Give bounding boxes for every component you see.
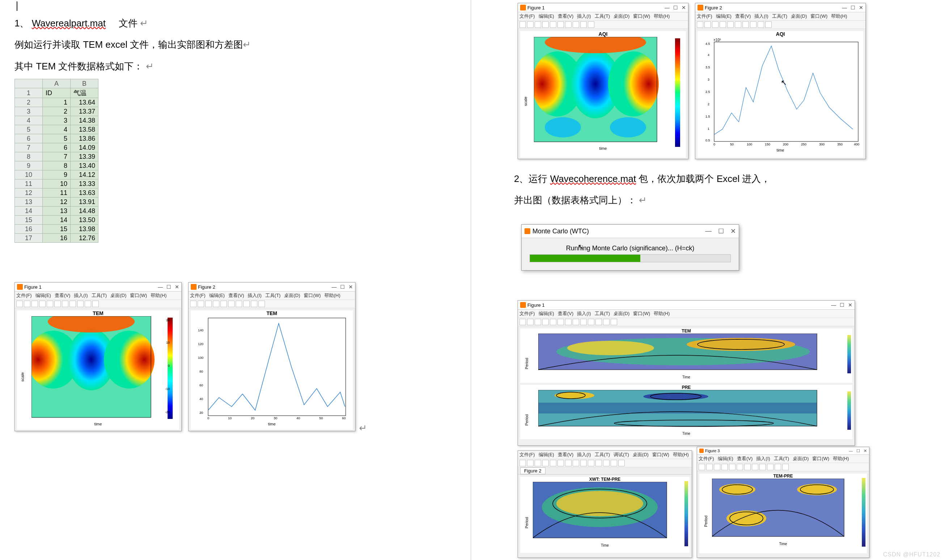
menubar[interactable]: 文件(F)编辑(E)查看(V)插入(I)工具(T)桌面(D)窗口(W)帮助(H): [15, 292, 181, 300]
close-icon[interactable]: ✕: [730, 227, 736, 235]
toolbar[interactable]: [518, 21, 688, 29]
toolbar[interactable]: [697, 463, 869, 471]
titlebar[interactable]: Monte Carlo (WTC) — ☐ ✕: [522, 225, 739, 238]
menu-item[interactable]: 插入(I): [754, 13, 768, 19]
toolbar[interactable]: [189, 300, 355, 308]
menu-item[interactable]: 编辑(E): [718, 456, 733, 461]
menu-item[interactable]: 文件(F): [190, 293, 206, 298]
menu-item[interactable]: 帮助(H): [833, 456, 849, 461]
close-icon[interactable]: ✕: [175, 284, 179, 290]
menu-item[interactable]: 文件(F): [519, 13, 535, 19]
left-figure-1[interactable]: Figure 1 —☐✕ 文件(F)编辑(E)查看(V)插入(I)工具(T)桌面…: [14, 282, 182, 431]
menu-item[interactable]: 桌面(D): [613, 13, 630, 19]
menu-item[interactable]: 查看(V): [558, 452, 573, 457]
menu-item[interactable]: 查看(V): [737, 456, 753, 461]
menu-item[interactable]: 窗口(W): [130, 293, 147, 298]
minimize-icon[interactable]: —: [158, 284, 163, 290]
menu-item[interactable]: 帮助(H): [673, 452, 689, 457]
menu-item[interactable]: 工具(T): [595, 452, 610, 457]
menu-item[interactable]: 查看(V): [735, 13, 751, 19]
toolbar[interactable]: [518, 318, 855, 326]
menubar[interactable]: 文件(F)编辑(E)查看(V)插入(I)工具(T)桌面(D)窗口(W)帮助(H): [697, 455, 869, 463]
menu-item[interactable]: 桌面(D): [613, 311, 630, 316]
menu-item[interactable]: 查看(V): [558, 311, 573, 316]
menu-item[interactable]: 工具(T): [595, 311, 610, 316]
right-figure-2[interactable]: Figure 2 —☐✕ 文件(F)编辑(E)查看(V)插入(I)工具(T)桌面…: [695, 3, 866, 159]
menu-item[interactable]: 编辑(E): [35, 293, 51, 298]
titlebar[interactable]: Figure 1 —☐✕: [518, 3, 688, 12]
menu-item[interactable]: 窗口(W): [810, 13, 827, 19]
menu-item[interactable]: 帮助(H): [151, 293, 166, 298]
menu-item[interactable]: 插入(I): [577, 311, 591, 316]
titlebar[interactable]: Figure 1 —☐✕: [518, 301, 855, 310]
minimize-icon[interactable]: —: [849, 449, 853, 453]
menu-item[interactable]: 调试(T): [613, 452, 629, 457]
menubar[interactable]: 文件(F)编辑(E)查看(V)插入(I)工具(T)桌面(D)窗口(W)帮助(H): [189, 292, 355, 300]
toolbar[interactable]: [695, 21, 865, 29]
menu-item[interactable]: 工具(T): [92, 293, 107, 298]
menu-item[interactable]: 窗口(W): [304, 293, 321, 298]
right-big-figure[interactable]: Figure 1 —☐✕ 文件(F)编辑(E)查看(V)插入(I)工具(T)桌面…: [517, 300, 855, 446]
menu-item[interactable]: 查看(V): [558, 13, 573, 19]
menu-item[interactable]: 插入(I): [577, 452, 591, 457]
menubar[interactable]: 文件(F)编辑(E)查看(V)插入(I)工具(T)调试(T)桌面(D)窗口(W)…: [518, 451, 692, 459]
close-icon[interactable]: ✕: [348, 284, 353, 290]
menu-item[interactable]: 窗口(W): [633, 311, 650, 316]
close-icon[interactable]: ✕: [859, 5, 863, 11]
menubar[interactable]: 文件(F)编辑(E)查看(V)插入(I)工具(T)桌面(D)窗口(W)帮助(H): [518, 310, 855, 318]
left-figure-2[interactable]: Figure 2 —☐✕ 文件(F)编辑(E)查看(V)插入(I)工具(T)桌面…: [188, 282, 356, 431]
close-icon[interactable]: ✕: [848, 302, 852, 308]
menu-item[interactable]: 窗口(W): [652, 452, 669, 457]
menu-item[interactable]: 查看(V): [55, 293, 70, 298]
menu-item[interactable]: 插入(I): [577, 13, 591, 19]
maximize-icon[interactable]: ☐: [851, 5, 855, 11]
maximize-icon[interactable]: ☐: [673, 5, 678, 11]
minimize-icon[interactable]: —: [331, 284, 337, 290]
maximize-icon[interactable]: ☐: [856, 449, 860, 453]
toolbar[interactable]: [518, 459, 692, 468]
maximize-icon[interactable]: ☐: [166, 284, 171, 290]
menu-item[interactable]: 编辑(E): [539, 311, 554, 316]
titlebar[interactable]: Figure 2 —☐✕: [695, 3, 865, 12]
minimize-icon[interactable]: —: [842, 5, 847, 11]
menu-item[interactable]: 工具(T): [772, 13, 788, 19]
maximize-icon[interactable]: ☐: [840, 302, 844, 308]
menu-item[interactable]: 编辑(E): [209, 293, 225, 298]
menu-item[interactable]: 插入(I): [74, 293, 88, 298]
menu-item[interactable]: 工具(T): [774, 456, 790, 461]
minimize-icon[interactable]: —: [705, 227, 711, 235]
right-bottom-left-figure[interactable]: 文件(F)编辑(E)查看(V)插入(I)工具(T)调试(T)桌面(D)窗口(W)…: [517, 451, 692, 558]
menu-item[interactable]: 工具(T): [595, 13, 610, 19]
titlebar[interactable]: Figure 2 —☐✕: [189, 283, 355, 292]
titlebar[interactable]: Figure 3 —☐✕: [697, 447, 869, 455]
menubar[interactable]: 文件(F)编辑(E)查看(V)插入(I)工具(T)桌面(D)窗口(W)帮助(H): [695, 12, 865, 21]
maximize-icon[interactable]: ☐: [340, 284, 345, 290]
maximize-icon[interactable]: ☐: [718, 227, 724, 235]
close-icon[interactable]: ✕: [864, 449, 867, 453]
menu-item[interactable]: 文件(F): [16, 293, 32, 298]
menu-item[interactable]: 查看(V): [228, 293, 244, 298]
titlebar[interactable]: Figure 1 —☐✕: [15, 283, 181, 292]
menu-item[interactable]: 桌面(D): [633, 452, 648, 457]
menu-item[interactable]: 桌面(D): [110, 293, 126, 298]
menu-item[interactable]: 桌面(D): [791, 13, 807, 19]
menu-item[interactable]: 编辑(E): [716, 13, 731, 19]
right-bottom-right-figure[interactable]: Figure 3 —☐✕ 文件(F)编辑(E)查看(V)插入(I)工具(T)桌面…: [697, 447, 869, 558]
menu-item[interactable]: 编辑(E): [539, 13, 554, 19]
close-icon[interactable]: ✕: [682, 5, 686, 11]
menu-item[interactable]: 插入(I): [248, 293, 261, 298]
menu-item[interactable]: 工具(T): [265, 293, 281, 298]
menu-item[interactable]: 窗口(W): [633, 13, 650, 19]
menu-item[interactable]: 文件(F): [519, 452, 535, 457]
menu-item[interactable]: 文件(F): [519, 311, 535, 316]
menu-item[interactable]: 桌面(D): [284, 293, 300, 298]
menubar[interactable]: 文件(F)编辑(E)查看(V)插入(I)工具(T)桌面(D)窗口(W)帮助(H): [518, 12, 688, 21]
menu-item[interactable]: 文件(F): [699, 456, 714, 461]
menu-item[interactable]: 帮助(H): [654, 13, 670, 19]
menu-item[interactable]: 编辑(E): [539, 452, 554, 457]
menu-item[interactable]: 窗口(W): [812, 456, 829, 461]
menu-item[interactable]: 帮助(H): [831, 13, 847, 19]
menu-item[interactable]: 帮助(H): [324, 293, 340, 298]
monte-carlo-dialog[interactable]: Monte Carlo (WTC) — ☐ ✕ ↖ Running Monte …: [521, 224, 739, 271]
menu-item[interactable]: 文件(F): [697, 13, 712, 19]
